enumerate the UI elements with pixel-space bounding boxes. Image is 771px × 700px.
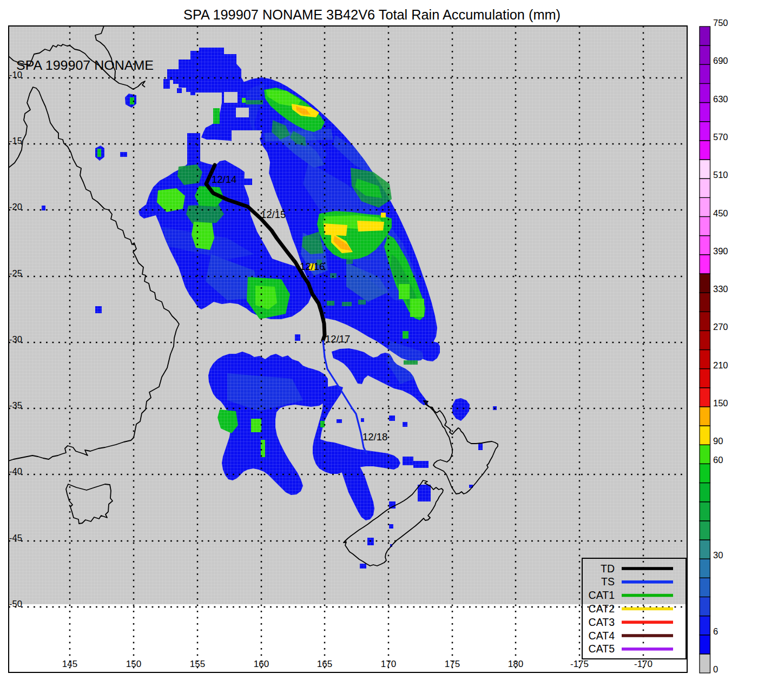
svg-text:210: 210 xyxy=(713,360,728,370)
svg-text:-25: -25 xyxy=(9,268,22,278)
svg-text:-40: -40 xyxy=(9,466,22,476)
svg-text:160: 160 xyxy=(254,659,269,669)
svg-text:6: 6 xyxy=(713,626,718,636)
svg-text:60: 60 xyxy=(713,455,723,465)
svg-text:630: 630 xyxy=(713,94,728,104)
svg-text:SPA 199907 NONAME 3B42V6 Total: SPA 199907 NONAME 3B42V6 Total Rain Accu… xyxy=(183,7,561,22)
svg-text:390: 390 xyxy=(713,246,728,256)
svg-text:510: 510 xyxy=(713,170,728,180)
svg-text:12/16: 12/16 xyxy=(300,261,325,272)
svg-text:-35: -35 xyxy=(9,400,22,410)
svg-text:145: 145 xyxy=(62,659,77,669)
svg-text:CAT4: CAT4 xyxy=(589,630,615,642)
svg-text:TS: TS xyxy=(601,576,615,587)
svg-text:0: 0 xyxy=(713,664,718,674)
svg-text:30: 30 xyxy=(713,550,723,560)
svg-text:12/15: 12/15 xyxy=(261,209,286,220)
svg-text:12/18: 12/18 xyxy=(363,431,387,443)
svg-text:330: 330 xyxy=(713,284,728,294)
svg-text:570: 570 xyxy=(713,132,728,142)
svg-text:TD: TD xyxy=(601,563,615,574)
svg-text:170: 170 xyxy=(381,659,396,669)
svg-text:750: 750 xyxy=(713,18,728,28)
svg-text:-45: -45 xyxy=(9,533,22,543)
svg-text:155: 155 xyxy=(190,659,205,669)
svg-text:-10: -10 xyxy=(9,70,22,80)
svg-text:-20: -20 xyxy=(9,202,22,212)
svg-text:SPA 199907 NONAME: SPA 199907 NONAME xyxy=(16,58,154,72)
svg-text:-175: -175 xyxy=(570,659,589,669)
svg-text:CAT2: CAT2 xyxy=(589,603,615,615)
svg-text:690: 690 xyxy=(713,56,728,65)
svg-text:CAT5: CAT5 xyxy=(589,643,615,655)
svg-text:150: 150 xyxy=(713,398,728,408)
svg-text:CAT3: CAT3 xyxy=(589,616,615,628)
svg-text:-170: -170 xyxy=(634,659,653,669)
svg-text:450: 450 xyxy=(713,208,728,218)
svg-text:-15: -15 xyxy=(9,136,22,146)
svg-text:90: 90 xyxy=(713,436,723,446)
svg-text:165: 165 xyxy=(317,659,332,669)
svg-text:175: 175 xyxy=(445,659,460,669)
svg-text:270: 270 xyxy=(713,322,728,332)
svg-text:12/17: 12/17 xyxy=(325,333,350,345)
svg-text:150: 150 xyxy=(126,659,141,669)
svg-text:CAT1: CAT1 xyxy=(589,589,615,601)
svg-text:-30: -30 xyxy=(9,334,22,344)
svg-text:180: 180 xyxy=(508,659,523,669)
svg-text:12/14: 12/14 xyxy=(212,174,236,185)
svg-text:-50: -50 xyxy=(9,599,22,609)
